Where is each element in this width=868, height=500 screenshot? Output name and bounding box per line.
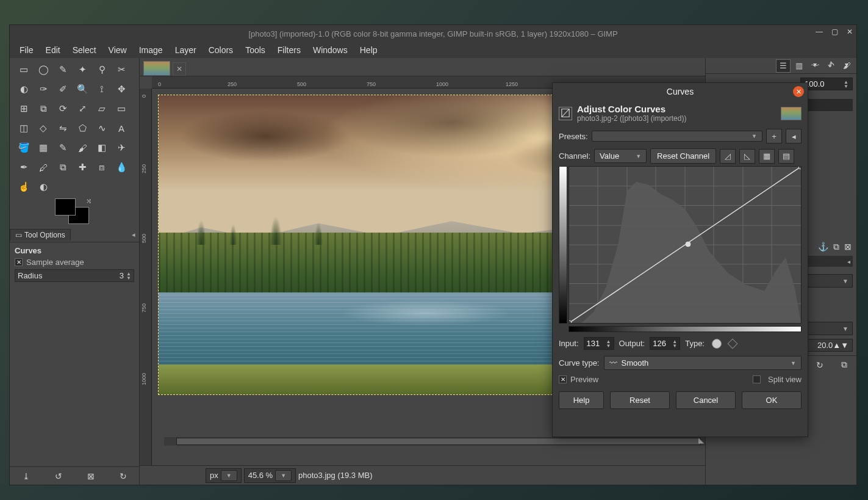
point-type-smooth[interactable] — [712, 339, 722, 349]
curves-titlebar[interactable]: Curves ✕ — [553, 83, 808, 100]
tool-free-select[interactable]: ✎ — [55, 62, 71, 78]
add-preset-button[interactable]: + — [766, 129, 782, 143]
menu-tools[interactable]: Tools — [239, 43, 271, 57]
tool-measure[interactable]: ⟟ — [94, 81, 110, 97]
input-field[interactable]: 131 ▲▼ — [584, 337, 614, 350]
presets-dropdown[interactable]: ▼ — [592, 131, 762, 142]
tool-bucket[interactable]: 🪣 — [16, 140, 32, 156]
reset-button[interactable]: Reset — [610, 391, 670, 409]
menu-colors[interactable]: Colors — [203, 43, 239, 57]
menu-image[interactable]: Image — [133, 43, 169, 57]
tool-pencil[interactable]: ✎ — [55, 140, 71, 156]
detach-icon[interactable]: ⤴ — [825, 59, 837, 70]
tab-menu2-icon[interactable]: ▾ — [841, 59, 853, 70]
radius-spinner[interactable]: ▲▼ — [126, 272, 131, 280]
tool-warp[interactable]: ∿ — [94, 120, 110, 136]
scrollbar-horizontal[interactable] — [164, 437, 705, 446]
unit-selector[interactable]: px▼ — [206, 468, 242, 483]
menu-view[interactable]: View — [102, 43, 133, 57]
image-tab-thumbnail[interactable] — [143, 61, 170, 76]
refresh-brush-icon[interactable]: ↻ — [816, 360, 823, 370]
tool-dodge[interactable]: ◐ — [35, 179, 51, 195]
navigation-icon[interactable]: ◣ — [698, 436, 704, 444]
preview-checkbox[interactable]: ✕ — [559, 375, 567, 383]
color-swatches[interactable]: ⤭ — [55, 198, 89, 225]
tool-flip[interactable]: ⇋ — [55, 120, 71, 136]
close-button[interactable]: ✕ — [847, 27, 853, 36]
tool-blur[interactable]: 💧 — [113, 159, 129, 175]
channel-dropdown[interactable]: Value▼ — [594, 149, 647, 163]
hist-input-button[interactable]: ▦ — [759, 149, 775, 164]
image-tab-close[interactable]: ✕ — [173, 62, 186, 76]
tool-unified[interactable]: ◫ — [16, 120, 32, 136]
open-as-image-icon[interactable]: ⧉ — [841, 360, 847, 370]
tool-crop[interactable]: ⧉ — [35, 101, 51, 117]
fg-color[interactable] — [55, 198, 76, 216]
curve-type-dropdown[interactable]: 〰Smooth▼ — [604, 356, 802, 370]
preset-menu-button[interactable]: ◂ — [786, 129, 802, 143]
log-hist-button[interactable]: ◺ — [739, 149, 755, 164]
tool-paths[interactable]: ✑ — [35, 81, 51, 97]
restore-options-icon[interactable]: ↺ — [55, 471, 62, 481]
tool-heal[interactable]: ✚ — [74, 159, 90, 175]
duplicate-layer-icon[interactable]: ⧉ — [833, 242, 839, 252]
layers-tab-icon[interactable]: ☰ — [776, 59, 791, 73]
tool-color-picker[interactable]: ✐ — [55, 81, 71, 97]
tool-scissors[interactable]: ✂ — [113, 62, 129, 78]
tool-options-tab[interactable]: ▭ Tool Options — [10, 229, 71, 241]
tool-cage[interactable]: ⬠ — [74, 120, 90, 136]
save-options-icon[interactable]: ⤓ — [23, 471, 30, 481]
menu-layer[interactable]: Layer — [169, 43, 203, 57]
tool-align[interactable]: ⊞ — [16, 101, 32, 117]
tool-rect-select[interactable]: ▭ — [16, 62, 32, 78]
tool-move[interactable]: ✥ — [113, 81, 129, 97]
tool-fuzzy-select[interactable]: ✦ — [74, 62, 90, 78]
ruler-vertical[interactable]: 0 250 500 750 1000 — [140, 89, 152, 465]
tab-menu-icon[interactable]: ▾ — [809, 59, 821, 70]
minimize-button[interactable]: — — [816, 27, 823, 36]
tool-text[interactable]: A — [113, 120, 129, 136]
tool-eraser[interactable]: ◧ — [94, 140, 110, 156]
point-type-corner[interactable] — [727, 338, 737, 349]
delete-options-icon[interactable]: ⊠ — [87, 471, 95, 481]
menu-windows[interactable]: Windows — [307, 43, 354, 57]
zoom-selector[interactable]: 45.6 %▼ — [244, 468, 296, 483]
tool-gradient[interactable]: ▦ — [35, 140, 51, 156]
reset-channel-button[interactable]: Reset Channel — [650, 148, 716, 164]
tool-mypaint[interactable]: 🖊 — [35, 159, 51, 175]
tool-foreground[interactable]: ◐ — [16, 81, 32, 97]
menu-edit[interactable]: Edit — [40, 43, 66, 57]
radius-field[interactable]: Radius 3 ▲▼ — [15, 269, 134, 282]
reset-options-icon[interactable]: ↻ — [120, 471, 127, 481]
tool-scale[interactable]: ⤢ — [74, 101, 90, 117]
cancel-button[interactable]: Cancel — [676, 391, 736, 409]
tool-by-color[interactable]: ⚲ — [94, 62, 110, 78]
tool-airbrush[interactable]: ✈ — [113, 140, 129, 156]
tool-perspective[interactable]: ▭ — [113, 101, 129, 117]
help-button[interactable]: Help — [559, 391, 604, 409]
tool-smudge[interactable]: ☝ — [16, 179, 32, 195]
output-field[interactable]: 126 ▲▼ — [650, 337, 680, 350]
delete-layer-icon[interactable]: ⊠ — [844, 242, 852, 252]
sample-average-checkbox[interactable]: ✕ — [15, 258, 23, 266]
curves-close-button[interactable]: ✕ — [793, 86, 804, 97]
swap-colors-icon[interactable]: ⤭ — [86, 197, 91, 205]
anchor-icon[interactable]: ⚓ — [818, 242, 828, 252]
curve-graph[interactable] — [569, 166, 802, 324]
tool-perspective-clone[interactable]: ⧈ — [94, 159, 110, 175]
hist-output-button[interactable]: ▤ — [778, 149, 794, 164]
tool-zoom[interactable]: 🔍 — [74, 81, 90, 97]
tool-rotate[interactable]: ⟳ — [55, 101, 71, 117]
tool-handle[interactable]: ◇ — [35, 120, 51, 136]
tool-ellipse-select[interactable]: ◯ — [35, 62, 51, 78]
split-view-checkbox[interactable] — [753, 375, 761, 383]
menu-file[interactable]: File — [13, 43, 40, 57]
menu-filters[interactable]: Filters — [271, 43, 307, 57]
channels-tab-icon[interactable]: ▥ — [792, 59, 806, 73]
ok-button[interactable]: OK — [742, 391, 802, 409]
tool-ink[interactable]: ✒ — [16, 159, 32, 175]
tool-shear[interactable]: ▱ — [94, 101, 110, 117]
menu-select[interactable]: Select — [66, 43, 102, 57]
tool-paintbrush[interactable]: 🖌 — [74, 140, 90, 156]
menu-help[interactable]: Help — [354, 43, 384, 57]
